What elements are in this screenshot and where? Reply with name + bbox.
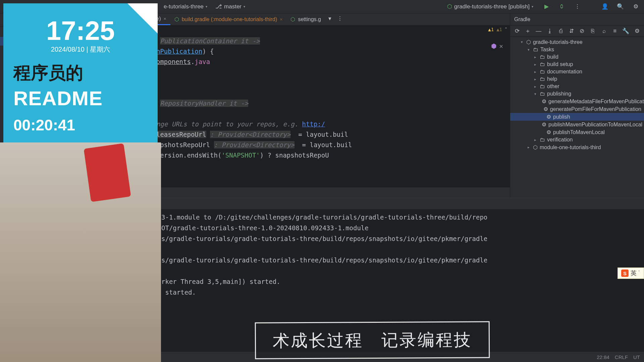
line-sep[interactable]: CRLF bbox=[615, 354, 628, 360]
close-icon[interactable]: × bbox=[163, 16, 166, 21]
project-dropdown[interactable]: e-tutorials-three ▾ bbox=[161, 2, 210, 11]
overlay-timer: 00:20:41 bbox=[13, 116, 148, 134]
folder-icon: 🗀 bbox=[533, 47, 538, 53]
gradle-root[interactable]: ▾⬡ gradle-tutorials-three bbox=[510, 38, 644, 46]
gradle-tree[interactable]: ▾⬡ gradle-tutorials-three ▾🗀Tasks▸🗀build… bbox=[510, 37, 644, 198]
overlay-line1: 程序员的 bbox=[13, 61, 148, 85]
gradle-folder[interactable]: ▸🗀help bbox=[510, 75, 644, 83]
caret-position[interactable]: 22:84 bbox=[597, 354, 609, 360]
gear-icon: ⚙ bbox=[546, 114, 551, 120]
gear-icon: ⚙ bbox=[542, 121, 546, 128]
editor-tab[interactable]: ⬡settings.g bbox=[286, 13, 325, 25]
reload-button[interactable]: ⟳ bbox=[512, 26, 522, 36]
run-config-name: gradle-tutorials-three [publish] bbox=[454, 3, 530, 10]
gradle-settings-button[interactable]: ⚙ bbox=[632, 26, 642, 36]
chevron-down-icon: ▾ bbox=[244, 5, 245, 8]
execute-button[interactable]: ⎙ bbox=[556, 26, 566, 36]
gradle-icon: ⬡ bbox=[533, 144, 538, 150]
offline-button[interactable]: ≡ bbox=[610, 26, 620, 36]
run-config-dropdown[interactable]: ⬡ gradle-tutorials-three [publish] ▾ bbox=[444, 2, 536, 11]
close-icon[interactable]: × bbox=[280, 17, 282, 22]
gradle-folder[interactable]: ▾🗀publishing bbox=[510, 90, 644, 98]
download-button[interactable]: ⭳ bbox=[545, 26, 555, 36]
subtitle-text: 术成长过程 记录编程技 bbox=[273, 328, 472, 352]
folder-icon: 🗀 bbox=[540, 61, 545, 67]
gradle-folder[interactable]: ▸🗀build bbox=[510, 53, 644, 61]
gradle-task[interactable]: ⚙publishToMavenLocal bbox=[510, 128, 644, 136]
ime-indicator[interactable]: S 英 ˙ bbox=[618, 267, 644, 279]
gradle-icon: ⬡ bbox=[174, 16, 179, 22]
settings-button[interactable]: ⚙ bbox=[631, 2, 641, 12]
remove-button[interactable]: — bbox=[534, 26, 544, 36]
gradle-folder[interactable]: ▾🗀Tasks bbox=[510, 46, 644, 53]
tabs-dropdown[interactable]: ▾ bbox=[325, 13, 335, 23]
gradle-icon: ⬡ bbox=[290, 16, 295, 22]
gradle-task[interactable]: ⚙publishMavenPublicationToMavenLocal bbox=[510, 121, 644, 128]
gear-icon: ⚙ bbox=[542, 98, 546, 105]
folder-icon: 🗀 bbox=[540, 91, 545, 97]
overlay-line2: README bbox=[13, 87, 148, 110]
chevron-down-icon: ▾ bbox=[532, 5, 533, 8]
clock-widget: 17:25 2024/08/10 | 星期六 程序员的 README 00:20… bbox=[3, 3, 158, 142]
file-encoding[interactable]: UT bbox=[633, 354, 640, 360]
folder-icon: 🗀 bbox=[540, 76, 545, 82]
gradle-icon: ⬡ bbox=[447, 3, 452, 10]
gradle-task[interactable]: ⚙publish bbox=[510, 113, 644, 121]
attach-button[interactable]: ⎘ bbox=[588, 26, 598, 36]
wrench-button[interactable]: 🔧 bbox=[621, 26, 631, 36]
branch-icon: ⎇ bbox=[215, 3, 222, 10]
subtitle-box: 术成长过程 记录编程技 bbox=[255, 321, 490, 359]
ime-badge-icon: S bbox=[621, 269, 629, 277]
gradle-folder[interactable]: ▸🗀documentation bbox=[510, 68, 644, 75]
gradle-folder[interactable]: ▸⬡module-one-tutorials-third bbox=[510, 143, 644, 151]
gradle-task[interactable]: ⚙generatePomFileForMavenPublication bbox=[510, 105, 644, 113]
chevron-down-icon: ▾ bbox=[206, 5, 207, 8]
branch-dropdown[interactable]: ⎇ master ▾ bbox=[213, 2, 248, 11]
gradle-icon: ⬡ bbox=[526, 39, 531, 45]
clock-time: 17:25 bbox=[13, 15, 148, 46]
branch-name: master bbox=[224, 3, 241, 10]
folder-icon: 🗀 bbox=[540, 54, 545, 60]
gear-icon: ⚙ bbox=[543, 106, 548, 112]
gradle-folder[interactable]: ▸🗀other bbox=[510, 83, 644, 90]
folder-icon: 🗀 bbox=[540, 69, 545, 75]
search-button[interactable]: 🔍 bbox=[615, 2, 625, 12]
expand-button[interactable]: ⇵ bbox=[567, 26, 577, 36]
gradle-panel-title: Gradle bbox=[510, 13, 644, 25]
analyze-button[interactable]: ⌕ bbox=[599, 26, 609, 36]
clock-date: 2024/08/10 | 星期六 bbox=[13, 45, 148, 54]
more-button[interactable]: ⋮ bbox=[572, 2, 582, 12]
tabs-more[interactable]: ⋮ bbox=[335, 13, 345, 23]
folder-icon: 🗀 bbox=[540, 83, 545, 89]
gradle-task[interactable]: ⚙generateMetadataFileForMavenPublication bbox=[510, 98, 644, 105]
run-button[interactable]: ▶ bbox=[541, 2, 551, 12]
ime-text: 英 ˙ bbox=[631, 269, 640, 277]
gear-icon: ⚙ bbox=[546, 129, 551, 135]
debug-button[interactable]: ⧮ bbox=[557, 2, 567, 12]
project-name: e-tutorials-three bbox=[164, 3, 204, 10]
webcam-feed bbox=[0, 142, 161, 362]
gradle-folder[interactable]: ▸🗀build setup bbox=[510, 61, 644, 68]
folder-icon: 🗀 bbox=[540, 137, 545, 143]
cancel-button[interactable]: ⊘ bbox=[577, 26, 587, 36]
gradle-folder[interactable]: ▸🗀verification bbox=[510, 136, 644, 143]
editor-tab[interactable]: ⬡build.gradle (:module-one-tutorials-thi… bbox=[170, 13, 287, 25]
code-with-me-icon[interactable]: 👤 bbox=[600, 2, 610, 12]
add-button[interactable]: ＋ bbox=[523, 26, 533, 36]
